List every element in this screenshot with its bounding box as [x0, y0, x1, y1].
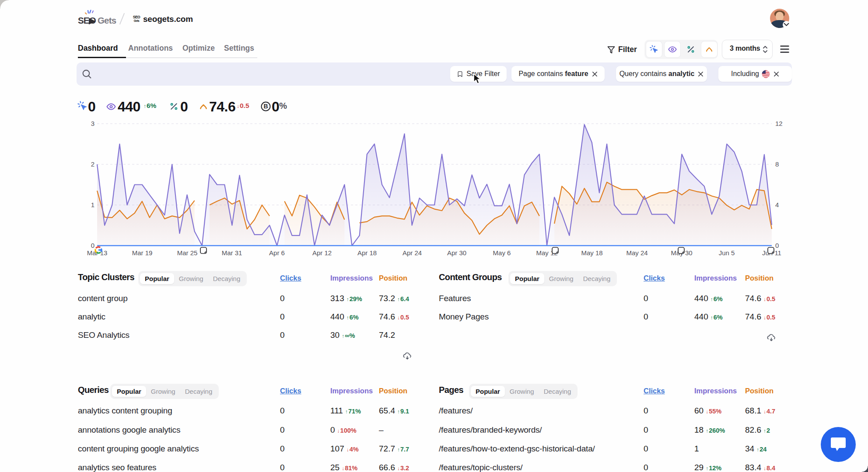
svg-text:Apr 18: Apr 18 [357, 249, 377, 257]
svg-text:Mar 25: Mar 25 [177, 249, 198, 257]
svg-text:Apr 30: Apr 30 [447, 249, 466, 257]
svg-text:8: 8 [775, 160, 779, 168]
svg-text:0: 0 [775, 242, 779, 249]
svg-text:Apr 24: Apr 24 [402, 249, 422, 257]
svg-text:2: 2 [91, 160, 94, 168]
svg-text:Mar 19: Mar 19 [132, 249, 153, 257]
svg-text:1: 1 [91, 201, 94, 208]
svg-text:12: 12 [775, 120, 783, 127]
svg-text:0: 0 [91, 242, 94, 249]
svg-text:Apr 6: Apr 6 [269, 249, 285, 257]
svg-text:Jun 5: Jun 5 [719, 249, 735, 257]
svg-text:Apr 12: Apr 12 [312, 249, 332, 257]
svg-text:May 6: May 6 [493, 249, 511, 257]
svg-text:4: 4 [775, 201, 779, 208]
svg-text:Mar 31: Mar 31 [222, 249, 242, 257]
svg-text:May 18: May 18 [581, 249, 602, 257]
svg-text:3: 3 [91, 120, 94, 127]
svg-text:May 24: May 24 [626, 249, 648, 257]
